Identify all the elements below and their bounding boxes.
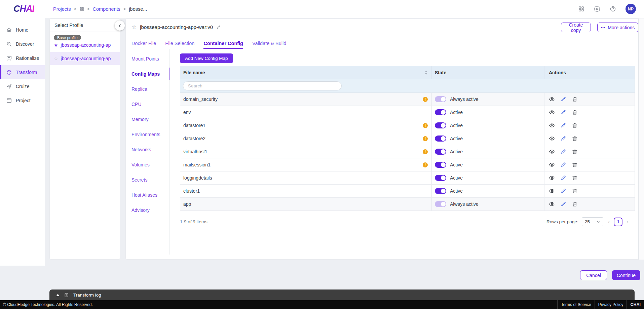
state-toggle[interactable] (435, 96, 446, 102)
sidebar-item-transform[interactable]: Transform (0, 65, 45, 79)
star-icon[interactable]: ★ (54, 42, 58, 48)
subnav-item-advisory[interactable]: Advisory (126, 202, 169, 218)
edit-icon[interactable] (560, 175, 566, 181)
breadcrumb-projects[interactable]: Projects (53, 6, 71, 12)
state-label: Active (450, 188, 463, 194)
profile-item-1[interactable]: ☆ jbosseap-accounting-ap (50, 52, 120, 65)
edit-icon[interactable] (560, 201, 566, 207)
state-cell: Active (432, 158, 544, 171)
state-toggle[interactable] (435, 109, 446, 115)
tab-file-selection[interactable]: File Selection (165, 38, 194, 49)
sort-icon[interactable] (425, 71, 427, 75)
tab-docker-file[interactable]: Docker File (131, 38, 156, 49)
star-icon[interactable]: ☆ (54, 56, 58, 61)
edit-icon[interactable] (560, 122, 566, 128)
state-toggle[interactable] (435, 175, 446, 181)
transform-log-bar[interactable]: Transform log (49, 289, 635, 300)
delete-icon[interactable] (572, 162, 578, 168)
favorite-star-icon[interactable]: ☆ (131, 24, 137, 30)
settings-gear-icon[interactable] (594, 6, 600, 12)
state-toggle[interactable] (435, 201, 446, 207)
edit-icon[interactable] (560, 109, 566, 115)
edit-icon[interactable] (560, 149, 566, 155)
actions-cell (544, 185, 635, 197)
file-name-cell: datastore2 ! (180, 132, 432, 145)
sidebar-item-cruize[interactable]: Cruize (0, 79, 45, 93)
sidebar-item-discover[interactable]: Discover (0, 37, 45, 51)
scrollbar-track[interactable] (638, 18, 644, 260)
subnav-item-host-aliases[interactable]: Host Aliases (126, 187, 169, 202)
subnav-item-memory[interactable]: Memory (126, 112, 169, 127)
state-toggle[interactable] (435, 149, 446, 155)
delete-icon[interactable] (572, 188, 578, 194)
column-header-state: State (432, 66, 544, 79)
sidebar-item-rationalize[interactable]: Rationalize (0, 51, 45, 65)
subnav-item-networks[interactable]: Networks (126, 142, 169, 157)
delete-icon[interactable] (572, 201, 578, 207)
view-icon[interactable] (549, 188, 555, 194)
subnav-item-replica[interactable]: Replica (126, 81, 169, 96)
tab-validate-build[interactable]: Validate & Build (252, 38, 286, 49)
view-icon[interactable] (549, 122, 555, 128)
delete-icon[interactable] (572, 136, 578, 142)
view-icon[interactable] (549, 175, 555, 181)
profile-item-0[interactable]: ★ jbosseap-accounting-ap (50, 40, 120, 50)
sidebar-item-label: Cruize (16, 84, 29, 89)
delete-icon[interactable] (572, 109, 578, 115)
edit-icon[interactable] (560, 188, 566, 194)
state-toggle[interactable] (435, 136, 446, 142)
file-name-cell: loggingdetails ! (180, 171, 432, 184)
view-icon[interactable] (549, 96, 555, 102)
user-avatar[interactable]: NP (626, 4, 636, 14)
create-copy-button[interactable]: Create copy (561, 23, 591, 32)
rows-per-page-select[interactable]: 25 (582, 217, 603, 226)
edit-title-icon[interactable] (216, 25, 221, 30)
state-toggle[interactable] (435, 162, 446, 168)
search-input[interactable] (183, 81, 342, 90)
add-new-config-map-button[interactable]: Add New Config Map (180, 53, 233, 63)
prev-page-icon[interactable]: ‹ (608, 219, 610, 225)
subnav-item-secrets[interactable]: Secrets (126, 172, 169, 187)
components-grid-icon[interactable] (79, 7, 84, 11)
page-1-button[interactable]: 1 (614, 218, 622, 226)
cancel-button[interactable]: Cancel (580, 270, 607, 280)
view-icon[interactable] (549, 109, 555, 115)
sidebar-item-home[interactable]: Home (0, 23, 45, 37)
view-icon[interactable] (549, 149, 555, 155)
view-icon[interactable] (549, 162, 555, 168)
delete-icon[interactable] (572, 175, 578, 181)
help-icon[interactable] (610, 6, 616, 12)
state-label: Always active (450, 96, 479, 102)
view-icon[interactable] (549, 136, 555, 142)
app-logo[interactable]: CHAI (13, 4, 34, 14)
collapse-profile-panel-button[interactable] (115, 21, 125, 31)
subnav-item-cpu[interactable]: CPU (126, 96, 169, 112)
state-toggle[interactable] (435, 122, 446, 128)
more-actions-button[interactable]: ••• More actions (597, 23, 638, 32)
edit-icon[interactable] (560, 96, 566, 102)
actions-cell (544, 145, 635, 158)
edit-icon[interactable] (560, 162, 566, 168)
delete-icon[interactable] (572, 149, 578, 155)
apps-grid-icon[interactable] (578, 6, 584, 12)
subnav-item-environments[interactable]: Environments (126, 127, 169, 142)
delete-icon[interactable] (572, 96, 578, 102)
edit-icon[interactable] (560, 136, 566, 142)
state-label: Active (450, 162, 463, 167)
subnav-item-volumes[interactable]: Volumes (126, 157, 169, 172)
view-icon[interactable] (549, 201, 555, 207)
sidebar-item-project[interactable]: Project (0, 93, 45, 108)
tab-container-config[interactable]: Container Config (203, 38, 243, 49)
state-toggle[interactable] (435, 188, 446, 194)
terms-of-service-link[interactable]: Terms of Service (557, 300, 594, 309)
continue-button[interactable]: Continue (612, 270, 640, 280)
delete-icon[interactable] (572, 122, 578, 128)
breadcrumb-components[interactable]: Components (93, 6, 120, 12)
subnav-item-mount-points[interactable]: Mount Points (126, 51, 169, 66)
next-page-icon[interactable]: › (627, 219, 629, 225)
warning-icon: ! (423, 149, 428, 154)
file-name: datastore2 (183, 136, 205, 141)
privacy-policy-link[interactable]: Privacy Policy (595, 300, 627, 309)
subnav-item-config-maps[interactable]: Config Maps (126, 66, 169, 81)
file-name: mailsession1 (183, 162, 211, 167)
